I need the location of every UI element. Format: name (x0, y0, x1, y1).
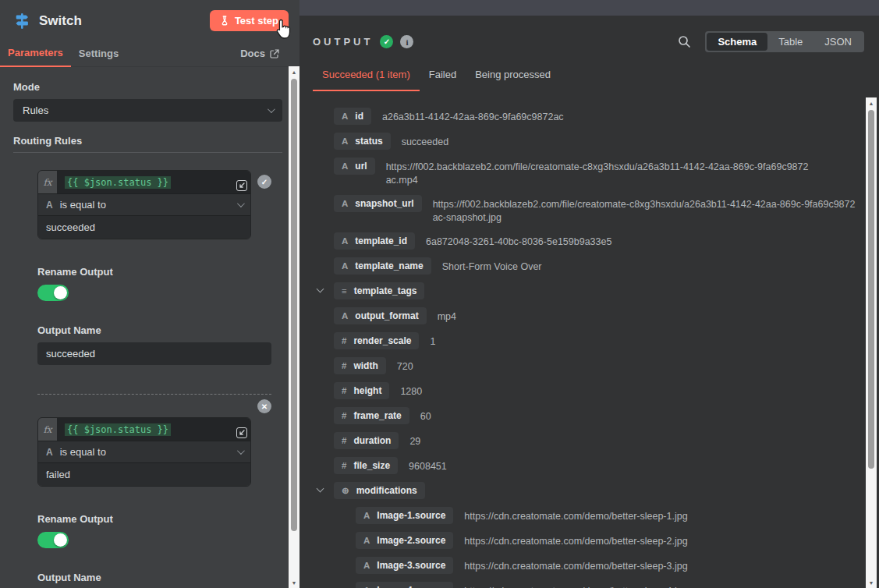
schema-key: render_scale (353, 335, 411, 346)
chevron-down-icon (237, 200, 245, 207)
schema-value: 1280 (400, 382, 422, 398)
schema-key-pill[interactable]: A url (334, 158, 375, 175)
schema-key: Image-4.source (377, 585, 445, 588)
collapse-chevron-icon[interactable] (317, 484, 324, 492)
schema-key: template_name (355, 260, 423, 271)
schema-value: https://f002.backblazeb2.com/file/creato… (433, 195, 858, 225)
expression-field[interactable]: fx {{ $json.status }} (38, 171, 250, 193)
external-link-icon (270, 49, 279, 58)
expand-expression-icon[interactable] (236, 427, 247, 438)
type-icon: A (363, 536, 370, 545)
schema-key-pill[interactable]: # width (334, 357, 386, 374)
schema-key-pill[interactable]: A Image-3.source (356, 557, 453, 574)
chevron-down-icon (237, 447, 245, 455)
schema-row: A output_format mp4 (299, 307, 879, 324)
branch-tab-being-processed[interactable]: Being processed (466, 66, 560, 91)
schema-row: ≡ template_tags (299, 282, 879, 299)
routing-rules-list: fx {{ $json.status }} A is equal to (37, 170, 271, 588)
schema-key: Image-3.source (377, 560, 445, 571)
schema-key-pill[interactable]: A snapshot_url (334, 195, 422, 212)
expression-field[interactable]: fx {{ $json.status }} (38, 418, 250, 441)
chevron-down-icon (268, 105, 275, 113)
tab-docs[interactable]: Docs (232, 43, 287, 66)
string-type-icon: A (46, 200, 53, 211)
schema-key-pill[interactable]: # render_scale (334, 332, 419, 349)
scrollbar-thumb[interactable] (291, 79, 297, 531)
operator-value: is equal to (60, 199, 106, 211)
rule-action-icon[interactable] (257, 175, 271, 189)
type-icon: A (342, 136, 348, 146)
operator-select[interactable]: A is equal to (38, 193, 250, 216)
rename-output-label: Rename Output (37, 513, 271, 525)
mode-select[interactable]: Rules (13, 99, 282, 122)
scroll-up-arrow[interactable]: ▲ (866, 97, 877, 108)
schema-key-pill[interactable]: A Image-2.source (356, 532, 453, 549)
tab-parameters[interactable]: Parameters (0, 42, 71, 67)
scroll-down-arrow[interactable]: ▼ (289, 577, 299, 588)
view-table-button[interactable]: Table (767, 33, 813, 51)
node-title: Switch (39, 13, 210, 29)
schema-key-pill[interactable]: A output_format (334, 307, 427, 324)
type-icon: # (342, 461, 346, 470)
schema-value: 29 (409, 432, 420, 448)
schema-key: Image-2.source (377, 535, 445, 546)
collapse-chevron-icon[interactable] (317, 285, 324, 292)
schema-value: a26a3b11-4142-42aa-869c-9fa69c9872ac (382, 108, 564, 124)
schema-row: # render_scale 1 (299, 332, 879, 349)
schema-row: # duration 29 (299, 432, 879, 449)
operator-select[interactable]: A is equal to (38, 441, 250, 463)
type-icon: # (342, 336, 346, 345)
schema-value: https://cdn.creatomate.com/demo/better-s… (464, 557, 687, 573)
rule-action-icon[interactable] (257, 399, 271, 413)
schema-key: file_size (353, 460, 390, 471)
scroll-up-arrow[interactable]: ▲ (289, 66, 299, 77)
view-schema-button[interactable]: Schema (707, 33, 767, 51)
parameters-body: Mode Rules Routing Rules fx {{ $json.sta… (0, 67, 299, 588)
schema-row: A id a26a3b11-4142-42aa-869c-9fa69c9872a… (299, 108, 879, 125)
rename-output-toggle[interactable] (37, 285, 69, 301)
output-name-input[interactable] (37, 342, 271, 365)
comparison-value: succeeded (46, 221, 95, 233)
schema-key-pill[interactable]: # duration (334, 432, 399, 449)
schema-row: A template_id 6a872048-3261-40bc-8036-5e… (299, 232, 879, 250)
output-name-label: Output Name (37, 572, 271, 583)
schema-key-pill[interactable]: ≡ template_tags (334, 282, 424, 299)
schema-key-pill[interactable]: A status (334, 133, 391, 150)
type-icon: A (342, 199, 348, 208)
output-scrollbar[interactable]: ▲ ▼ (866, 97, 877, 588)
tab-settings[interactable]: Settings (71, 43, 126, 66)
scroll-down-arrow[interactable]: ▼ (866, 577, 877, 588)
test-step-button[interactable]: Test step (210, 10, 289, 31)
schema-key-pill[interactable]: # height (334, 382, 389, 399)
schema-row: # width 720 (299, 357, 879, 374)
panel-tabs: Parameters Settings Docs (0, 37, 299, 67)
schema-key-pill[interactable]: A id (334, 108, 371, 125)
scrollbar-thumb[interactable] (868, 110, 874, 469)
schema-key-pill[interactable]: ⊕ modifications (334, 482, 425, 499)
schema-value: 6a872048-3261-40bc-8036-5e159b9a33e5 (426, 232, 611, 249)
search-icon[interactable] (678, 35, 691, 48)
rename-output-toggle[interactable] (37, 532, 69, 548)
toggle-knob (54, 533, 67, 547)
view-json-button[interactable]: JSON (813, 33, 863, 51)
info-icon[interactable] (400, 35, 413, 48)
schema-key-pill[interactable]: A Image-4.source (356, 582, 453, 588)
comparison-value-input[interactable]: succeeded (38, 216, 250, 239)
comparison-value-input[interactable]: failed (38, 463, 250, 486)
branch-tab-succeeded[interactable]: Succeeded (1 item) (313, 66, 420, 91)
schema-value: Short-Form Voice Over (442, 257, 542, 274)
schema-key-pill[interactable]: # frame_rate (334, 407, 409, 424)
routing-rule: fx {{ $json.status }} A is equal to (37, 394, 271, 588)
schema-value: succeeded (402, 133, 448, 149)
schema-key-pill[interactable]: A template_name (334, 257, 431, 275)
schema-key-pill[interactable]: # file_size (334, 457, 398, 474)
fx-icon: fx (38, 171, 57, 193)
mode-value: Rules (23, 104, 48, 116)
schema-key-pill[interactable]: A Image-1.source (356, 507, 453, 524)
left-panel-scrollbar[interactable]: ▲ ▼ (289, 66, 299, 588)
schema-key: frame_rate (353, 410, 401, 421)
schema-key-pill[interactable]: A template_id (334, 232, 415, 250)
branch-tab-failed[interactable]: Failed (420, 66, 466, 91)
expand-expression-icon[interactable] (236, 180, 247, 191)
schema-key: status (355, 136, 382, 147)
